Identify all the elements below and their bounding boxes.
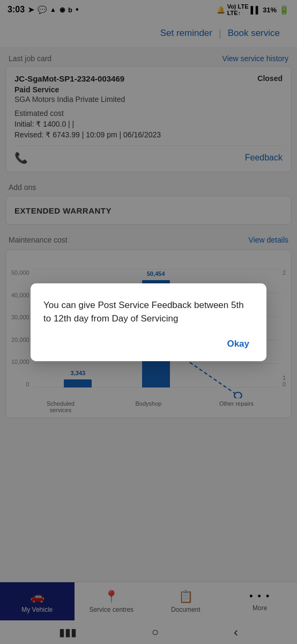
modal-overlay[interactable]: You can give Post Service Feedback betwe…: [0, 0, 297, 644]
modal-okay-button[interactable]: Okay: [222, 336, 254, 352]
feedback-info-modal: You can give Post Service Feedback betwe…: [31, 283, 266, 361]
modal-message: You can give Post Service Feedback betwe…: [43, 298, 254, 326]
modal-actions: Okay: [43, 336, 254, 352]
